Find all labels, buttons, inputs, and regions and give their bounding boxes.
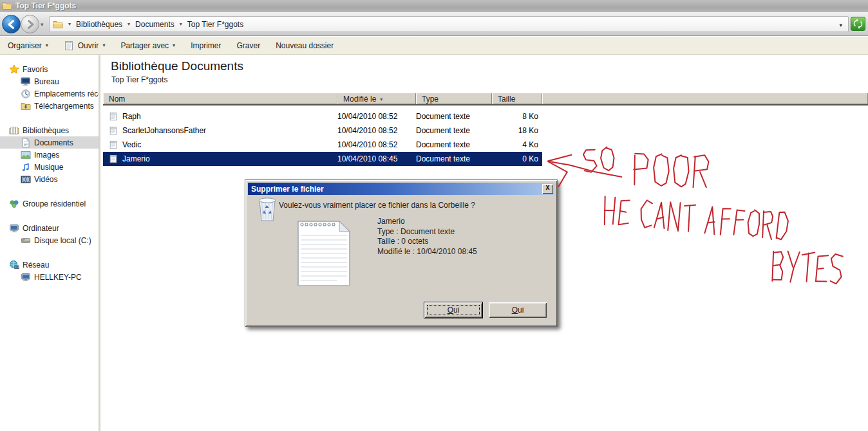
text-document-icon [109, 111, 118, 122]
hdd-icon [21, 235, 31, 246]
column-header-bar: Nom Modifié le▾ Type Taille [103, 93, 868, 105]
refresh-button[interactable] [851, 17, 865, 31]
column-header-modified[interactable]: Modifié le▾ [337, 93, 416, 104]
crumb-arrow-icon[interactable]: ▾ [67, 21, 72, 27]
file-row-raph[interactable]: Raph 10/04/2010 08:52 Document texte 8 K… [103, 109, 542, 124]
share-with-button[interactable]: Partager avec▾ [120, 41, 175, 50]
sidebar-item-bureau[interactable]: Bureau [0, 75, 99, 87]
breadcrumb-documents[interactable]: Documents [135, 20, 175, 29]
sidebar-item-emplacements-r-cents[interactable]: Emplacements récents [0, 87, 99, 100]
crumb-arrow-icon[interactable]: ▾ [178, 21, 184, 27]
window-title: Top Tier F*ggots [15, 1, 76, 10]
print-button[interactable]: Imprimer [191, 41, 221, 50]
network-icon [9, 260, 19, 270]
notepad-icon [64, 41, 74, 51]
new-folder-button[interactable]: Nouveau dossier [276, 41, 334, 50]
sidebar-item-favoris[interactable]: Favoris [0, 63, 99, 75]
homegroup-icon [9, 199, 19, 209]
navigation-bar: ▾ ▾ Bibliothèques ▾ Documents ▾ Top Tier… [0, 12, 868, 36]
back-button[interactable] [2, 15, 21, 33]
burn-button[interactable]: Graver [236, 41, 260, 50]
sidebar-item-musique[interactable]: Musique [0, 161, 99, 173]
library-title: Bibliothèque Documents [111, 59, 243, 73]
computer-icon [21, 272, 31, 282]
detail-type: Type : Document texte [377, 227, 477, 237]
desktop-icon [21, 77, 31, 87]
detail-filename: Jamerio [377, 217, 477, 227]
caret-down-icon: ▾ [102, 42, 105, 48]
sidebar-item-disque-local-c-[interactable]: Disque local (C:) [0, 234, 99, 246]
dialog-titlebar[interactable]: Supprimer le fichier X [248, 183, 554, 195]
text-document-icon [109, 154, 118, 164]
notepad-file-icon [296, 219, 352, 288]
forward-arrow-icon [24, 19, 36, 30]
file-row-scarletjohansonsfather[interactable]: ScarletJohansonsFather 10/04/2010 08:52 … [103, 124, 542, 138]
dialog-question: Voulez-vous vraiment placer ce fichier d… [279, 201, 475, 210]
file-rows: Raph 10/04/2010 08:52 Document texte 8 K… [103, 109, 542, 166]
dialog-close-button[interactable]: X [542, 184, 553, 194]
caret-down-icon: ▾ [173, 42, 175, 48]
computer-icon [9, 223, 19, 234]
videos-icon [21, 174, 31, 185]
file-details: Jamerio Type : Document texte Taille : 0… [377, 217, 477, 257]
pane-divider[interactable] [99, 55, 100, 431]
sidebar-item-groupe-r-sidentiel[interactable]: Groupe résidentiel [0, 197, 99, 210]
text-document-icon [109, 125, 118, 136]
column-header-type[interactable]: Type [416, 93, 492, 104]
recycle-bin-icon [256, 195, 279, 222]
libraries-icon [9, 125, 19, 136]
library-subtitle: Top Tier F*ggots [111, 75, 167, 84]
window-titlebar[interactable]: Top Tier F*ggots [0, 0, 868, 12]
open-button[interactable]: Ouvrir▾ [64, 41, 106, 51]
delete-file-dialog: Supprimer le fichier X Voulez-vous vraim… [245, 179, 558, 327]
column-header-size[interactable]: Taille [492, 93, 542, 104]
file-row-jamerio[interactable]: Jamerio 10/04/2010 08:45 Document texte … [103, 152, 542, 166]
caret-down-icon: ▾ [46, 42, 48, 48]
music-icon [21, 162, 31, 172]
sidebar-item-ordinateur[interactable]: Ordinateur [0, 222, 99, 234]
address-folder-icon [53, 19, 63, 30]
organize-button[interactable]: Organiser▾ [8, 41, 48, 50]
sidebar-item-hellkey-pc[interactable]: HELLKEY-PC [0, 271, 99, 283]
detail-modified: Modifié le : 10/04/2010 08:45 [377, 247, 477, 257]
document-icon [21, 138, 31, 148]
navigation-pane: Favoris Bureau Emplacements récents Télé… [0, 55, 99, 431]
refresh-arrows-icon [851, 17, 865, 30]
recent-pages-chevron[interactable]: ▾ [41, 21, 44, 28]
downloads-icon [21, 101, 31, 111]
window-folder-icon [2, 1, 12, 11]
address-dropdown-icon[interactable]: ▾ [839, 22, 842, 28]
file-row-vedic[interactable]: Vedic 10/04/2010 08:52 Document texte 4 … [103, 138, 542, 152]
detail-size: Taille : 0 octets [377, 237, 477, 247]
sidebar-item-biblioth-ques[interactable]: Bibliothèques [0, 124, 99, 136]
address-bar[interactable]: ▾ Bibliothèques ▾ Documents ▾ Top Tier F… [49, 16, 849, 32]
sidebar-item-t-l-chargements[interactable]: Téléchargements [0, 100, 99, 112]
sort-descending-icon: ▾ [380, 96, 382, 102]
sidebar-item-images[interactable]: Images [0, 149, 99, 161]
sidebar-item-r-seau[interactable]: Réseau [0, 259, 99, 271]
dialog-title: Supprimer le fichier [251, 185, 324, 194]
confirm-yes-button-2[interactable]: Oui [489, 302, 547, 318]
forward-button[interactable] [21, 15, 39, 33]
breadcrumb-libraries[interactable]: Bibliothèques [76, 20, 122, 29]
sidebar-item-documents[interactable]: Documents [0, 136, 99, 149]
pictures-icon [21, 150, 31, 160]
column-header-name[interactable]: Nom [103, 93, 337, 104]
recent-icon [21, 89, 31, 99]
text-document-icon [109, 140, 118, 150]
column-header-blank[interactable] [542, 93, 868, 104]
back-arrow-icon [6, 19, 17, 30]
command-toolbar: Organiser▾ Ouvrir▾ Partager avec▾ Imprim… [0, 37, 868, 55]
breadcrumb-current-folder[interactable]: Top Tier F*ggots [187, 20, 243, 29]
confirm-yes-button[interactable]: Oui [424, 302, 482, 318]
star-icon [9, 64, 19, 75]
sidebar-item-vid-os[interactable]: Vidéos [0, 173, 99, 185]
crumb-arrow-icon[interactable]: ▾ [126, 21, 131, 27]
